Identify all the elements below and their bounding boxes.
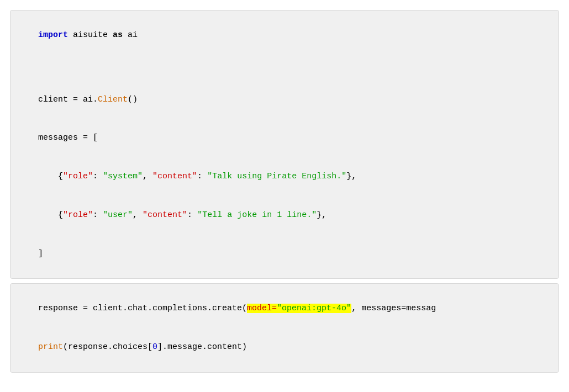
openai-response-line: response = client.chat.completions.creat… (38, 304, 436, 313)
main-container: import aisuite as ai client = ai.Client(… (0, 0, 569, 392)
msg-close: ] (38, 249, 43, 258)
output-block-1: Why did the pirate go to school? To impr… (10, 377, 559, 393)
module-aisuite: aisuite (68, 30, 113, 40)
alias-ai: ai (123, 30, 138, 40)
code-block-1: import aisuite as ai client = ai.Client(… (10, 10, 559, 279)
keyword-as: as (113, 30, 123, 40)
code-block-openai: response = client.chat.completions.creat… (10, 283, 559, 373)
client-call: Client (98, 95, 128, 104)
msg-line1: {"role": "system", "content": "Talk usin… (38, 172, 356, 181)
keyword-import: import (38, 30, 68, 40)
openai-print-line: print(response.choices[0].message.conten… (38, 342, 247, 352)
msg-line2: {"role": "user", "content": "Tell a joke… (38, 210, 326, 220)
messages-assign: messages = [ (38, 133, 98, 142)
client-assign: client = ai. (38, 95, 98, 104)
